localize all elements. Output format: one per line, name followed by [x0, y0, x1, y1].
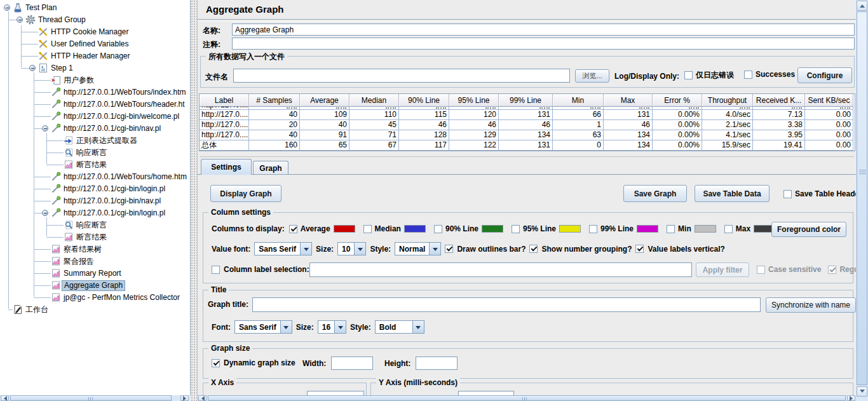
tree-item[interactable]: 聚合报告 — [0, 255, 190, 268]
tree-item[interactable]: 工作台 — [0, 304, 190, 316]
max-checkbox[interactable] — [724, 225, 733, 233]
divider — [198, 19, 856, 22]
table-column-header[interactable]: Max — [604, 94, 653, 107]
tree-expand-handle[interactable] — [42, 125, 48, 132]
median-checkbox[interactable] — [363, 225, 372, 233]
scroll-right-button[interactable] — [847, 395, 855, 401]
min-checkbox[interactable] — [667, 225, 675, 233]
width-input[interactable] — [331, 357, 373, 370]
filename-input[interactable] — [233, 69, 570, 83]
browse-button[interactable]: 浏览... — [575, 69, 609, 83]
tree-item[interactable]: 察看结果树 — [0, 243, 190, 255]
name-input[interactable] — [232, 24, 855, 36]
table-column-header[interactable]: # Samples — [249, 94, 300, 107]
tree-item[interactable]: Aggregate Graph — [0, 280, 190, 292]
tree-item[interactable]: http://127.0.0.1/WebTours/home.htm — [0, 171, 190, 183]
value-labels-vertical-checkbox[interactable] — [635, 245, 644, 253]
tree-item[interactable]: Test Plan — [0, 2, 190, 14]
tree-item[interactable]: http://127.0.0.1/cgi-bin/login.pl — [0, 183, 190, 195]
tree-item[interactable]: HTTP Cookie Manager — [0, 26, 190, 38]
tree-item[interactable]: 断言结果 — [0, 231, 190, 243]
tree-item[interactable]: http://127.0.0.1/WebTours/index.htm — [0, 86, 190, 99]
tree-item[interactable]: jp@gc - PerfMon Metrics Collector — [0, 292, 190, 304]
tree-item[interactable]: http://127.0.0.1/cgi-bin/login.pl — [0, 207, 190, 219]
scroll-right-button[interactable] — [180, 395, 189, 401]
scroll-left-button[interactable] — [1, 395, 9, 401]
table-cell: 63 — [553, 130, 604, 140]
90-line-checkbox[interactable] — [434, 225, 442, 233]
save-table-data-button[interactable]: Save Table Data — [695, 185, 770, 202]
tree-expand-handle[interactable] — [42, 210, 48, 216]
tree-connector-line — [21, 44, 38, 44]
tab-graph[interactable]: Graph — [253, 161, 288, 175]
title-style-select[interactable]: Bold — [375, 320, 424, 334]
tree-item[interactable]: http://127.0.0.1/cgi-bin/welcome.pl — [0, 111, 190, 123]
tree-item[interactable]: 响应断言 — [0, 219, 190, 231]
tree-item[interactable]: 断言结果 — [0, 159, 190, 171]
scroll-up-button[interactable] — [857, 1, 867, 11]
tree-expand-handle[interactable] — [29, 65, 36, 71]
tree-expand-handle[interactable] — [17, 17, 23, 23]
tree-item[interactable]: Step 1 — [0, 62, 190, 74]
errors-only-checkbox[interactable] — [684, 71, 693, 79]
graph-title-input[interactable] — [252, 297, 761, 312]
column-label-filter-input[interactable] — [309, 262, 692, 277]
scroll-left-button[interactable] — [198, 395, 207, 401]
table-column-header[interactable]: Label — [200, 94, 249, 107]
tree-expand-handle[interactable] — [4, 4, 10, 11]
table-column-header[interactable]: 95% Line — [449, 94, 499, 107]
tree-item[interactable]: 正则表达式提取器 — [0, 135, 190, 147]
table-column-header[interactable]: Received K... — [753, 94, 805, 107]
height-input[interactable] — [416, 357, 458, 370]
table-column-header[interactable]: Average — [300, 94, 349, 107]
tree-item[interactable]: Summary Report — [0, 268, 190, 280]
save-graph-button[interactable]: Save Graph — [623, 185, 687, 202]
save-table-header-checkbox[interactable] — [783, 190, 792, 198]
title-size-select[interactable]: 16 — [318, 320, 346, 334]
value-style-select[interactable]: Normal — [395, 242, 441, 255]
tree-item[interactable]: User Defined Variables — [0, 38, 190, 50]
successes-checkbox[interactable] — [744, 71, 752, 79]
table-column-header[interactable]: 99% Line — [499, 94, 553, 107]
main-vscroll-thumb[interactable] — [857, 11, 867, 385]
table-cell: 46 — [499, 120, 553, 130]
table-cell: http://127.0.... — [200, 107, 249, 110]
chart-icon — [51, 292, 61, 302]
tree-item-label: 工作台 — [24, 305, 50, 315]
table-column-header[interactable]: Sent KB/sec — [805, 94, 853, 107]
tree-item[interactable]: Thread Group — [0, 14, 190, 26]
synchronize-with-name-button[interactable]: Synchronize with name — [766, 297, 856, 313]
table-cell: 46 — [449, 120, 499, 130]
table-column-header[interactable]: Throughput — [702, 94, 753, 107]
column-label-selection-checkbox[interactable] — [212, 266, 220, 274]
average-checkbox[interactable] — [289, 225, 297, 233]
table-column-header[interactable]: Min — [553, 94, 604, 107]
draw-outlines-checkbox[interactable] — [445, 245, 453, 253]
tree-item[interactable]: http://127.0.0.1/cgi-bin/nav.pl — [0, 123, 190, 135]
99-line-checkbox[interactable] — [589, 225, 597, 233]
scroll-down-button[interactable] — [857, 386, 867, 397]
tree-item[interactable]: http://127.0.0.1/WebTours/header.ht — [0, 99, 190, 111]
comments-input[interactable] — [232, 37, 855, 50]
foreground-color-button[interactable]: Foreground color — [771, 222, 846, 237]
tree-item[interactable]: 响应断言 — [0, 147, 190, 159]
table-column-header[interactable]: Median — [349, 94, 399, 107]
table-cell: 160 — [249, 140, 300, 151]
main-hscroll-thumb[interactable] — [208, 395, 846, 401]
value-font-select[interactable]: Sans Serif — [254, 242, 312, 255]
tree-item[interactable]: 用户参数 — [0, 74, 190, 86]
tree-item[interactable]: http://127.0.0.1/cgi-bin/nav.pl — [0, 195, 190, 207]
display-graph-button[interactable]: Display Graph — [210, 185, 281, 202]
title-font-select[interactable]: Sans Serif — [234, 320, 292, 334]
95-line-checkbox[interactable] — [512, 225, 520, 233]
number-grouping-checkbox[interactable] — [529, 245, 538, 253]
table-column-header[interactable]: 90% Line — [399, 94, 449, 107]
tab-settings[interactable]: Settings — [201, 159, 252, 175]
table-column-header[interactable]: Error % — [653, 94, 702, 107]
tree-item[interactable]: HTTP Header Manager — [0, 50, 190, 62]
configure-button[interactable]: Configure — [797, 67, 852, 83]
value-size-select[interactable]: 10 — [337, 242, 366, 255]
tree-hscroll-thumb[interactable] — [10, 395, 172, 401]
panel-splitter[interactable] — [191, 0, 197, 401]
dynamic-graph-size-checkbox[interactable] — [212, 359, 220, 367]
